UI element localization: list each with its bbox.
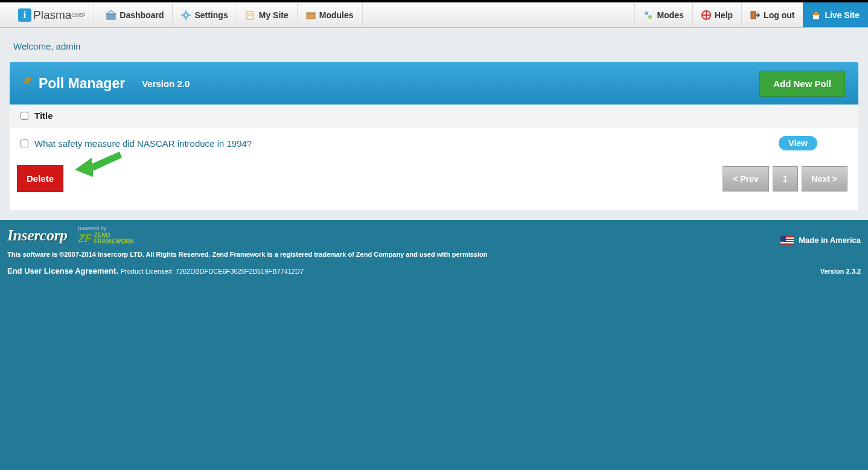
welcome-text: Welcome, admin: [13, 41, 858, 51]
svg-point-3: [185, 14, 187, 16]
row-checkbox[interactable]: [21, 140, 28, 147]
content-area: Welcome, admin Poll Manager Version 2.0 …: [0, 28, 868, 220]
mysite-icon: [246, 10, 255, 20]
column-header-title: Title: [34, 111, 53, 121]
made-in-america: Made in America: [780, 236, 861, 245]
eula-link[interactable]: End User License Agreement.: [7, 266, 118, 275]
nav-item-label: My Site: [259, 10, 289, 20]
home-icon: [811, 10, 821, 20]
svg-marker-1: [106, 10, 116, 14]
brand-logo[interactable]: i Plasma CMS²: [18, 2, 94, 27]
table-header-row: Title: [10, 105, 858, 127]
panel-footer: Delete < Prev 1 Next >: [10, 159, 858, 210]
nav-logout[interactable]: Log out: [741, 2, 803, 27]
delete-button[interactable]: Delete: [17, 165, 63, 192]
nav-right-group: Modes Help Log out Live Site: [634, 2, 868, 27]
svg-rect-0: [107, 14, 115, 19]
annotation-arrow-icon: [75, 147, 123, 183]
view-button[interactable]: View: [779, 136, 817, 150]
nav-mysite[interactable]: My Site: [237, 2, 298, 27]
nav-help[interactable]: Help: [692, 2, 741, 27]
poll-manager-panel: Poll Manager Version 2.0 Add New Poll Ti…: [10, 62, 858, 210]
nav-item-label: Settings: [194, 10, 228, 20]
svg-point-13: [645, 11, 648, 15]
pagination: < Prev 1 Next >: [723, 166, 847, 192]
zend-text-bottom: FRAMEWORK: [94, 239, 135, 245]
select-all-checkbox[interactable]: [21, 112, 28, 120]
nav-item-label: Live Site: [825, 10, 860, 20]
brand-suffix: CMS²: [71, 12, 85, 18]
nav-item-label: Log out: [764, 10, 794, 20]
svg-rect-20: [813, 15, 819, 19]
zend-logo-icon: ZF: [78, 233, 92, 244]
panel-version: Version 2.0: [142, 79, 190, 89]
pager-page-button[interactable]: 1: [773, 166, 798, 192]
svg-marker-19: [812, 11, 820, 15]
panel-title: Poll Manager: [39, 76, 125, 92]
powered-by-label: powered by: [78, 226, 135, 231]
brand-logo-icon: i: [18, 8, 31, 22]
add-new-poll-button[interactable]: Add New Poll: [759, 71, 845, 97]
nav-item-label: Dashboard: [120, 10, 164, 20]
made-in-america-label: Made in America: [799, 236, 861, 245]
poll-title-link[interactable]: What safety measure did NASCAR introduce…: [34, 138, 252, 149]
nav-item-label: Modules: [319, 10, 354, 20]
nav-item-label: Help: [715, 10, 733, 20]
logout-icon: [750, 10, 760, 20]
footer-top-row: Insercorp powered by ZF ZEND FRAMEWORK M…: [7, 226, 861, 245]
svg-rect-12: [307, 13, 315, 14]
settings-icon: [181, 10, 191, 20]
dashboard-icon: [106, 10, 116, 20]
nav-settings[interactable]: Settings: [173, 2, 237, 27]
panel-header: Poll Manager Version 2.0 Add New Poll: [10, 62, 858, 105]
svg-point-14: [648, 15, 652, 19]
main-navbar: i Plasma CMS² Dashboard Settings My Site…: [0, 2, 868, 28]
table-row: What safety measure did NASCAR introduce…: [10, 127, 858, 159]
help-icon: [701, 10, 711, 20]
nav-left-group: Dashboard Settings My Site Modules: [98, 2, 362, 27]
insercorp-logo[interactable]: Insercorp: [7, 227, 68, 245]
us-flag-icon: [780, 236, 794, 245]
footer-version: Version 2.3.2: [820, 268, 861, 275]
brand-name: Plasma: [33, 8, 71, 22]
modes-icon: [643, 10, 653, 20]
copyright-text: This software is ©2007-2014 Insercorp LT…: [7, 251, 861, 258]
nav-dashboard[interactable]: Dashboard: [98, 2, 173, 27]
page-footer: Insercorp powered by ZF ZEND FRAMEWORK M…: [0, 220, 868, 280]
svg-marker-21: [75, 152, 122, 177]
module-leaf-icon: [23, 74, 34, 85]
eula-row: End User License Agreement. Product Lice…: [7, 266, 861, 275]
zend-badge[interactable]: powered by ZF ZEND FRAMEWORK: [78, 226, 135, 245]
nav-modes[interactable]: Modes: [634, 2, 692, 27]
product-license: Product License#: 7262DBDFDCE6F3628F2B51…: [121, 268, 304, 275]
nav-modules[interactable]: Modules: [298, 2, 363, 27]
pager-next-button[interactable]: Next >: [802, 166, 847, 192]
nav-livesite[interactable]: Live Site: [803, 2, 868, 27]
nav-item-label: Modes: [657, 10, 683, 20]
svg-rect-18: [751, 11, 756, 19]
modules-icon: [306, 10, 316, 20]
pager-prev-button[interactable]: < Prev: [723, 166, 768, 192]
